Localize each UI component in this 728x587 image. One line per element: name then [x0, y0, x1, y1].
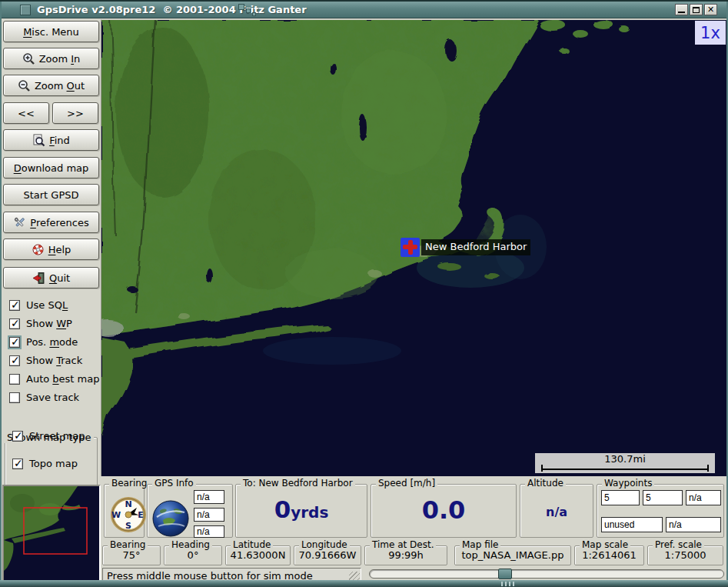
- help-icon: [32, 243, 45, 256]
- preferences-button[interactable]: Preferences: [3, 212, 99, 233]
- bearing-value: 75°: [103, 549, 160, 561]
- titlebar-decoration: [238, 3, 264, 18]
- minimap-image: [4, 486, 99, 580]
- maximize-icon: [693, 7, 700, 13]
- checkbox-label: Use SQL: [26, 299, 68, 311]
- zoom-out-icon: [18, 79, 31, 92]
- frame-title: Speed [m/h]: [376, 478, 437, 489]
- heading-value: 0°: [165, 549, 221, 561]
- titlebar[interactable]: GpsDrive v2.08pre12 © 2001-2004 Fritz Ga…: [2, 2, 726, 18]
- checkbox-icon: ✓: [12, 459, 23, 469]
- waypoint-marker-icon[interactable]: [401, 238, 420, 257]
- checkbox-use-sql[interactable]: ✓ Use SQL: [9, 299, 68, 312]
- close-button[interactable]: ✕: [704, 4, 717, 15]
- quit-button[interactable]: Quit: [3, 267, 99, 288]
- help-button[interactable]: Help: [3, 238, 99, 260]
- altitude-frame: Altitude n/a: [520, 484, 593, 538]
- maximize-button[interactable]: [690, 4, 703, 15]
- misc-menu-button[interactable]: Misc. Menu: [3, 21, 99, 42]
- checkbox-icon: ✓: [9, 300, 20, 311]
- speed-frame: Speed [m/h] 0.0: [371, 484, 517, 538]
- quit-label: Quit: [49, 272, 70, 284]
- map-canvas[interactable]: 1x New Bedford Harbor 130.7mi: [101, 19, 726, 476]
- checkbox-pos-mode[interactable]: ✓ Pos. mode: [9, 335, 78, 349]
- gpsdrive-window: GpsDrive v2.08pre12 © 2001-2004 Fritz Ga…: [0, 0, 728, 587]
- download-map-label: Download map: [14, 162, 89, 174]
- close-icon: ✕: [707, 5, 714, 14]
- zoom-out-button[interactable]: Zoom Out: [3, 75, 99, 96]
- checkbox-show-track[interactable]: ✓ Show Track: [9, 354, 82, 367]
- checkbox-save-track[interactable]: ✓ Save track: [9, 391, 79, 404]
- frame-title: Pref. scale: [653, 539, 704, 550]
- waypoints-field-5[interactable]: [666, 517, 721, 532]
- checkbox-show-wp[interactable]: ✓ Show WP: [9, 317, 72, 330]
- checkbox-icon: ✓: [9, 374, 20, 385]
- waypoints-field-4[interactable]: [601, 517, 663, 532]
- preferences-label: Preferences: [30, 217, 88, 228]
- window-border-bottom: [0, 580, 728, 587]
- checkbox-label: Street map: [29, 430, 85, 442]
- frame-title: Latitude: [231, 539, 273, 550]
- sim-mode-slider[interactable]: [369, 569, 724, 579]
- frame-title: Time at Dest.: [370, 539, 436, 550]
- map-scale-text: 130.7mi: [604, 453, 646, 465]
- zoom-in-button[interactable]: Zoom In: [3, 48, 99, 69]
- window-menu-icon[interactable]: [20, 5, 31, 15]
- gps-field-1[interactable]: [194, 490, 224, 504]
- start-gpsd-label: Start GPSD: [23, 189, 78, 201]
- checkbox-label: Save track: [26, 392, 79, 403]
- checkbox-topo-map[interactable]: ✓ Topo map: [12, 457, 78, 470]
- checkbox-icon: ✓: [12, 431, 23, 442]
- frame-title: To: New Bedford Harbor: [241, 478, 355, 489]
- distance-unit: yrds: [291, 503, 328, 522]
- waypoints-field-2[interactable]: [643, 490, 683, 505]
- zoom-out-label: Zoom Out: [35, 80, 85, 92]
- gps-field-3[interactable]: [194, 525, 224, 538]
- checkbox-auto-best-map[interactable]: ✓ Auto best map: [9, 372, 99, 385]
- frame-title: Heading: [169, 539, 212, 550]
- checkbox-label: Show Track: [26, 355, 82, 366]
- waypoint-marker-label: New Bedford Harbor: [421, 239, 530, 255]
- latitude-value: 41.63000N: [226, 549, 290, 561]
- zoom-in-icon: [22, 52, 35, 65]
- prev-map-button[interactable]: <<: [3, 102, 49, 124]
- minimize-icon: [678, 12, 685, 13]
- waypoints-field-1[interactable]: [601, 490, 640, 505]
- checkbox-icon: ✓: [9, 392, 20, 403]
- frame-title: Map file: [460, 539, 500, 550]
- time-at-dest-frame: Time at Dest. 99:99h: [364, 545, 447, 565]
- latitude-frame: Latitude 41.63000N: [225, 545, 291, 565]
- find-button[interactable]: Find: [3, 129, 99, 151]
- compass-s: S: [125, 521, 131, 531]
- speed-value: 0.0: [371, 495, 516, 525]
- next-map-label: >>: [67, 108, 84, 119]
- gps-field-2[interactable]: [194, 508, 224, 522]
- longitude-value: 70.91666W: [294, 549, 361, 561]
- zoom-in-label: Zoom In: [39, 53, 81, 65]
- help-label: Help: [48, 244, 71, 255]
- bearing-compass-frame: Bearing N W E S: [104, 484, 145, 538]
- destination-frame: To: New Bedford Harbor 0yrds: [235, 484, 367, 538]
- slider-handle[interactable]: [498, 569, 512, 579]
- next-map-button[interactable]: >>: [52, 102, 98, 124]
- prev-map-label: <<: [18, 108, 35, 119]
- status-panel: Bearing N W E S GPS Info: [101, 476, 726, 587]
- checkbox-street-map[interactable]: ✓ Street map: [12, 429, 85, 442]
- frame-title: Map scale: [580, 539, 630, 550]
- map-scale-value: 1:2614061: [575, 549, 643, 561]
- minimize-button[interactable]: [675, 4, 688, 15]
- checkbox-icon: ✓: [9, 337, 20, 348]
- checkbox-icon: ✓: [9, 355, 20, 366]
- distance-value: 0: [274, 495, 291, 523]
- download-map-button[interactable]: Download map: [3, 157, 99, 178]
- distance-to-destination: 0yrds: [236, 495, 367, 523]
- bearing-value-frame: Bearing 75°: [102, 545, 161, 565]
- pref-scale-value: 1:75000: [648, 549, 723, 561]
- start-gpsd-button[interactable]: Start GPSD: [3, 184, 99, 205]
- waypoints-field-3[interactable]: [686, 490, 721, 505]
- sidebar: Misc. Menu Zoom In Zoom Out << >>: [2, 19, 101, 476]
- minimap-preview[interactable]: [2, 485, 101, 582]
- frame-title: Longitude: [299, 539, 350, 550]
- compass-n: N: [125, 499, 131, 509]
- map-scale-bar: 130.7mi: [535, 453, 715, 473]
